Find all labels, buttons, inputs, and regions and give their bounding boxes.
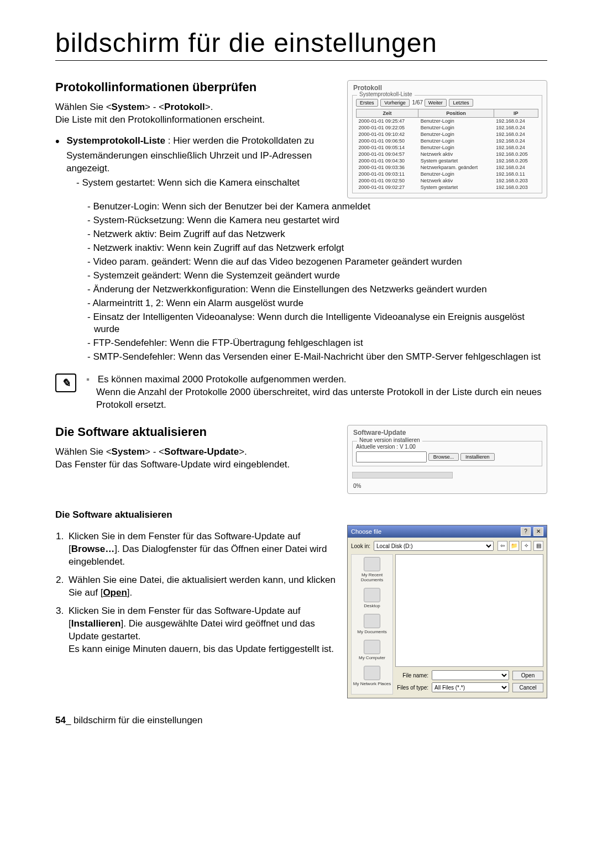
btn-next[interactable]: Weiter — [425, 99, 447, 107]
table-row: 2000-01-01 09:04:57Netzwerk aktiv192.168… — [357, 151, 538, 157]
newfolder-icon[interactable]: ✧ — [521, 541, 531, 551]
filetype-select[interactable]: All Files (*.*) — [432, 682, 509, 692]
dialog-title: Choose file — [351, 528, 381, 535]
open-button[interactable]: Open — [512, 671, 543, 680]
place-item[interactable]: My Recent Documents — [353, 557, 391, 582]
dash-item: Änderung der Netzwerkkonfiguration: Wenn… — [87, 283, 547, 296]
log-table: Zeit Position IP 2000-01-01 09:25:47Benu… — [356, 109, 538, 191]
dash-item: FTP-Sendefehler: Wenn die FTP-Übertragun… — [87, 337, 547, 350]
progress-bar — [352, 472, 453, 478]
text: ]. — [127, 587, 132, 598]
dash-item: Benutzer-Login: Wenn sich der Benutzer b… — [87, 201, 547, 213]
text: Wählen Sie < — [55, 102, 112, 112]
section2-intro: Wählen Sie <System> - <Software-Update>.… — [55, 446, 337, 471]
text: > - < — [145, 446, 164, 457]
note-text2: Wenn die Anzahl der Protokolle 2000 über… — [96, 386, 547, 412]
text: _ — [66, 715, 74, 725]
browse-button[interactable]: Browse... — [428, 453, 459, 461]
current-version: Aktuelle version : V 1.00 — [356, 444, 538, 450]
footer-text: bildschirm für die einstellungen — [74, 715, 202, 725]
dash-item: Einsatz der Intelligenten Videoanalyse: … — [87, 311, 547, 336]
place-item[interactable]: My Network Places — [353, 666, 391, 686]
lookin-label: Look in: — [351, 543, 370, 549]
dash-item: Video param. geändert: Wenn die auf das … — [87, 256, 547, 269]
text: Das Fenster für das Software-Update wird… — [55, 459, 290, 470]
dash-item: Netzwerk aktiv: Beim Zugriff auf das Net… — [87, 228, 547, 241]
views-icon[interactable]: ▤ — [533, 541, 543, 551]
text: >. — [239, 446, 247, 457]
text: Die Liste mit den Protokollinformationen… — [55, 114, 265, 125]
text-protokoll: Protokoll — [164, 102, 205, 112]
note-icon: ✎ — [55, 373, 76, 392]
fieldset-legend: Systemprotokoll-Liste — [357, 91, 415, 97]
software-update-panel: Software-Update Neue version installiere… — [347, 425, 547, 494]
file-list-area[interactable] — [395, 554, 543, 667]
page-title: bildschirm für die einstellungen — [55, 28, 547, 61]
text-system: System — [112, 446, 145, 457]
table-row: 2000-01-01 09:03:11Benutzer-Login192.168… — [357, 171, 538, 177]
section1-intro: Wählen Sie <System> - <Protokoll>. Die L… — [55, 101, 337, 127]
table-row: 2000-01-01 09:10:42Benutzer-Login192.168… — [357, 131, 538, 138]
text-system: System — [112, 102, 145, 112]
dash-item: SMTP-Sendefehler: Wenn das Versenden ein… — [87, 351, 547, 364]
note-text1: Es können maximal 2000 Protokolle aufgen… — [98, 374, 347, 385]
dash-item: Netzwerk inaktiv: Wenn kein Zugriff auf … — [87, 242, 547, 255]
text: >. — [205, 102, 213, 112]
bullet-systemprotokoll: Systemprotokoll-Liste : Hier werden die … — [66, 133, 337, 190]
col-position: Position — [418, 109, 494, 118]
table-row: 2000-01-01 09:25:47Benutzer-Login192.168… — [357, 118, 538, 125]
filename-label: File name: — [395, 672, 428, 678]
page-footer: 54_ bildschirm für die einstellungen — [55, 715, 547, 726]
table-row: 2000-01-01 09:03:36Netzwerkparam. geände… — [357, 164, 538, 171]
place-item[interactable]: My Documents — [353, 614, 391, 634]
btn-last[interactable]: Letztes — [449, 99, 473, 107]
help-icon[interactable]: ? — [521, 527, 531, 536]
btn-first[interactable]: Erstes — [356, 99, 378, 107]
table-row: 2000-01-01 09:06:50Benutzer-Login192.168… — [357, 138, 538, 144]
table-row: 2000-01-01 09:22:05Benutzer-Login192.168… — [357, 124, 538, 131]
table-row: 2000-01-01 09:05:14Benutzer-Login192.168… — [357, 144, 538, 151]
filename-input[interactable] — [432, 670, 509, 680]
text-swupdate: Software-Update — [164, 446, 239, 457]
protokoll-panel: Protokoll Systemprotokoll-Liste Erstes V… — [347, 80, 547, 198]
dash-item: System gestartet: Wenn sich die Kamera e… — [76, 177, 337, 190]
dash-item: Alarmeintritt 1, 2: Wenn ein Alarm ausge… — [87, 297, 547, 310]
section2-heading: Die Software aktualisieren — [55, 425, 337, 439]
install-button[interactable]: Installieren — [460, 453, 495, 461]
step-3: Klicken Sie in dem Fenster für das Softw… — [66, 605, 337, 656]
step-1: Klicken Sie in dem Fenster für das Softw… — [66, 530, 337, 569]
cancel-button[interactable]: Cancel — [512, 683, 543, 692]
up-icon[interactable]: 📁 — [509, 541, 519, 551]
note-line: Es können maximal 2000 Protokolle aufgen… — [86, 373, 547, 412]
filetype-label: Files of type: — [395, 685, 428, 691]
log-nav: Erstes Vorherige 1/67 Weiter Letztes — [356, 99, 538, 107]
section1-heading: Protokollinformationen überprüfen — [55, 80, 337, 94]
table-row: 2000-01-01 09:02:27System gestartet192.1… — [357, 184, 538, 191]
lookin-select[interactable]: Local Disk (D:) — [374, 541, 494, 551]
place-item[interactable]: My Computer — [353, 640, 391, 660]
place-item[interactable]: Desktop — [353, 588, 391, 608]
places-bar: My Recent DocumentsDesktopMy DocumentsMy… — [351, 554, 393, 695]
file-path-input[interactable] — [356, 451, 427, 462]
bullet-label: Systemprotokoll-Liste — [66, 135, 165, 146]
btn-prev[interactable]: Vorherige — [380, 99, 410, 107]
page-number: 54 — [55, 715, 66, 725]
dash-item: Systemzeit geändert: Wenn die Systemzeit… — [87, 270, 547, 282]
text-browse: Browse… — [71, 544, 114, 554]
text: Wählen Sie < — [55, 446, 112, 457]
close-icon[interactable]: ✕ — [533, 527, 543, 536]
table-row: 2000-01-01 09:02:50Netzwerk aktiv192.168… — [357, 177, 538, 184]
text-open: Open — [103, 587, 127, 598]
fieldset-legend: Neue version installieren — [357, 437, 422, 443]
col-time: Zeit — [357, 109, 418, 118]
choose-file-dialog: Choose file ? ✕ Look in: Local Disk (D:)… — [347, 525, 547, 698]
table-row: 2000-01-01 09:04:30System gestartet192.1… — [357, 157, 538, 164]
section3-heading: Die Software aktualisieren — [55, 509, 547, 520]
page-indicator: 1/67 — [412, 99, 423, 106]
panel-title: Software-Update — [348, 425, 547, 438]
text: > - < — [145, 102, 164, 112]
dash-item: System-Rücksetzung: Wenn die Kamera neu … — [87, 214, 547, 227]
col-ip: IP — [494, 109, 538, 118]
text: Es kann einige Minuten dauern, bis das U… — [69, 644, 334, 654]
back-icon[interactable]: ⇦ — [498, 541, 507, 551]
